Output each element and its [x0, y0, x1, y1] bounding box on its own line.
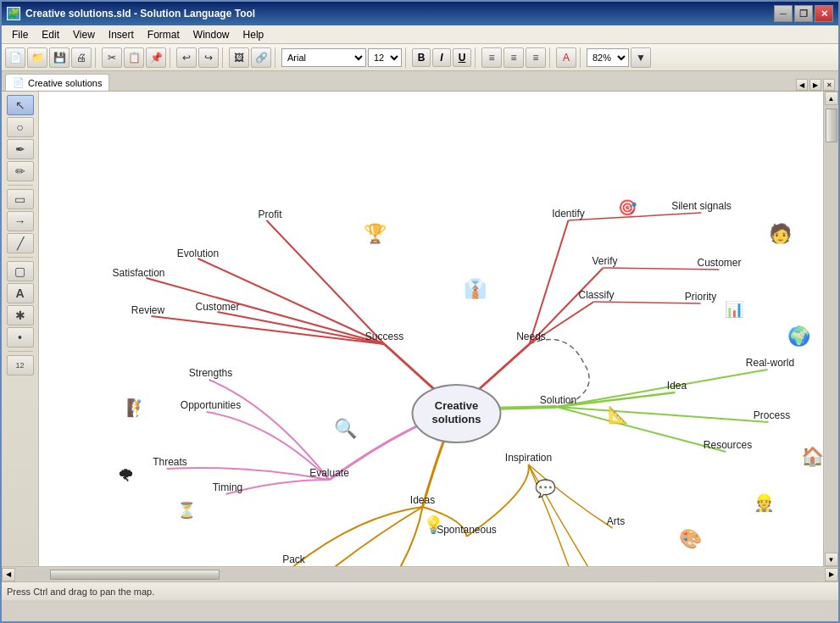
- status-bar: Press Ctrl and drag to pan the map.: [2, 581, 838, 600]
- tb-sep8: [580, 47, 583, 68]
- tb-save[interactable]: 💾: [49, 47, 70, 68]
- h-scrollbar: ◀ ▶: [2, 566, 838, 581]
- scroll-track-h[interactable]: [16, 569, 824, 581]
- tool-rect[interactable]: ▭: [7, 189, 34, 209]
- scroll-thumb-h[interactable]: [50, 570, 220, 580]
- svg-text:Process: Process: [754, 409, 790, 421]
- tb-align-left[interactable]: ≡: [481, 47, 502, 68]
- tb-copy[interactable]: 📋: [124, 47, 144, 68]
- tool-dot[interactable]: •: [7, 327, 34, 348]
- scroll-up[interactable]: ▲: [825, 92, 838, 105]
- menu-help[interactable]: Help: [236, 27, 271, 42]
- tb-italic[interactable]: I: [432, 48, 451, 67]
- font-select[interactable]: Arial: [281, 48, 366, 67]
- menu-view[interactable]: View: [66, 27, 102, 42]
- tb-align-right[interactable]: ≡: [526, 47, 546, 68]
- scroll-right[interactable]: ▶: [825, 568, 838, 581]
- svg-text:📊: 📊: [725, 300, 744, 319]
- nav-prev[interactable]: ◀: [796, 79, 808, 91]
- scroll-left[interactable]: ◀: [2, 568, 15, 581]
- tb-undo[interactable]: ↩: [176, 47, 197, 68]
- close-button[interactable]: ✕: [815, 5, 833, 22]
- tb-new[interactable]: 📄: [5, 47, 25, 68]
- status-text: Press Ctrl and drag to pan the map.: [7, 587, 154, 597]
- svg-text:💡: 💡: [423, 515, 444, 535]
- tool-pen2[interactable]: ✏: [7, 161, 34, 181]
- menu-file[interactable]: File: [5, 27, 35, 42]
- zoom-select[interactable]: 82% 100% 75% 50%: [587, 48, 629, 67]
- canvas-area[interactable]: Creative solutions Profit Evolution Sati…: [39, 92, 823, 566]
- svg-text:Idea: Idea: [667, 380, 687, 392]
- tool-star[interactable]: ✱: [7, 305, 34, 325]
- tool-ellipse[interactable]: ○: [7, 117, 34, 137]
- tb-print[interactable]: 🖨: [71, 47, 92, 68]
- svg-text:Real-world: Real-world: [746, 357, 794, 369]
- svg-text:Inspiration: Inspiration: [505, 452, 552, 464]
- svg-text:Priority: Priority: [685, 291, 716, 303]
- nav-arrows: ◀ ▶ ✕: [796, 79, 835, 91]
- menu-bar: File Edit View Insert Format Window Help: [2, 25, 838, 44]
- tab-creative-solutions[interactable]: 📄 Creative solutions: [5, 74, 109, 91]
- scroll-thumb-v[interactable]: [826, 108, 837, 142]
- tool-text[interactable]: A: [7, 283, 34, 303]
- nav-next[interactable]: ▶: [809, 79, 821, 91]
- restore-button[interactable]: ❐: [794, 5, 813, 22]
- tool-num[interactable]: 12: [7, 355, 34, 375]
- svg-text:Verify: Verify: [592, 255, 617, 267]
- svg-text:Timing: Timing: [213, 481, 243, 493]
- tool-pen[interactable]: ✒: [7, 139, 34, 159]
- tb-color[interactable]: A: [556, 47, 576, 68]
- menu-format[interactable]: Format: [141, 27, 186, 42]
- svg-text:Ideas: Ideas: [410, 494, 435, 506]
- tb-paste[interactable]: 📌: [146, 47, 166, 68]
- svg-text:Needs: Needs: [516, 331, 546, 342]
- svg-text:Evolution: Evolution: [177, 248, 219, 259]
- tool-box[interactable]: ▢: [7, 261, 34, 281]
- tab-icon: 📄: [13, 77, 25, 88]
- svg-text:Customer: Customer: [195, 301, 239, 313]
- tool-arrow[interactable]: →: [7, 211, 34, 231]
- svg-text:Profit: Profit: [258, 209, 282, 220]
- scroll-down[interactable]: ▼: [825, 553, 838, 566]
- menu-edit[interactable]: Edit: [35, 27, 66, 42]
- tb-link[interactable]: 🔗: [251, 47, 271, 68]
- svg-text:🧑: 🧑: [769, 222, 793, 245]
- tb-align-center[interactable]: ≡: [503, 47, 524, 68]
- svg-text:Solution: Solution: [540, 394, 576, 406]
- svg-text:Review: Review: [131, 304, 165, 316]
- nav-close[interactable]: ✕: [823, 79, 835, 91]
- tb-image[interactable]: 🖼: [229, 47, 249, 68]
- tb-open[interactable]: 📁: [27, 47, 47, 68]
- tb-zoom-dropdown[interactable]: ▼: [631, 47, 651, 68]
- tool-select[interactable]: ↖: [7, 95, 34, 115]
- svg-text:🌪: 🌪: [118, 466, 135, 485]
- menu-insert[interactable]: Insert: [102, 27, 141, 42]
- font-size-select[interactable]: 12: [368, 48, 402, 67]
- tb-sep5: [405, 47, 409, 68]
- tb-redo[interactable]: ↪: [198, 47, 219, 68]
- tab-label: Creative solutions: [28, 78, 102, 88]
- tb-sep3: [222, 47, 225, 68]
- svg-text:Creative: Creative: [435, 399, 478, 412]
- svg-text:🧗: 🧗: [126, 398, 147, 418]
- svg-text:Classify: Classify: [578, 289, 614, 301]
- scroll-track-v[interactable]: [825, 105, 838, 553]
- svg-text:🎨: 🎨: [679, 527, 703, 550]
- svg-text:🏠: 🏠: [801, 445, 824, 468]
- tb-cut[interactable]: ✂: [102, 47, 122, 68]
- title-bar: 🧩 Creative solutions.sld - Solution Lang…: [2, 2, 838, 25]
- tb-underline[interactable]: U: [453, 48, 471, 67]
- svg-line-7: [530, 220, 569, 344]
- svg-text:🔍: 🔍: [334, 417, 358, 440]
- svg-text:🏆: 🏆: [364, 222, 387, 245]
- main-area: ↖ ○ ✒ ✏ ▭ → ╱ ▢ A ✱ • 12: [2, 92, 838, 566]
- tb-sep6: [475, 47, 478, 68]
- svg-text:📐: 📐: [608, 404, 629, 425]
- minimize-button[interactable]: ─: [774, 5, 793, 22]
- tb-bold[interactable]: B: [412, 48, 431, 67]
- svg-text:Spontaneous: Spontaneous: [437, 524, 497, 536]
- sidebar-sep1: [8, 185, 33, 186]
- tool-line[interactable]: ╱: [7, 233, 34, 253]
- toolbar: 📄 📁 💾 🖨 ✂ 📋 📌 ↩ ↪ 🖼 🔗 Arial 12 B I U ≡ ≡…: [2, 44, 838, 71]
- menu-window[interactable]: Window: [186, 27, 236, 42]
